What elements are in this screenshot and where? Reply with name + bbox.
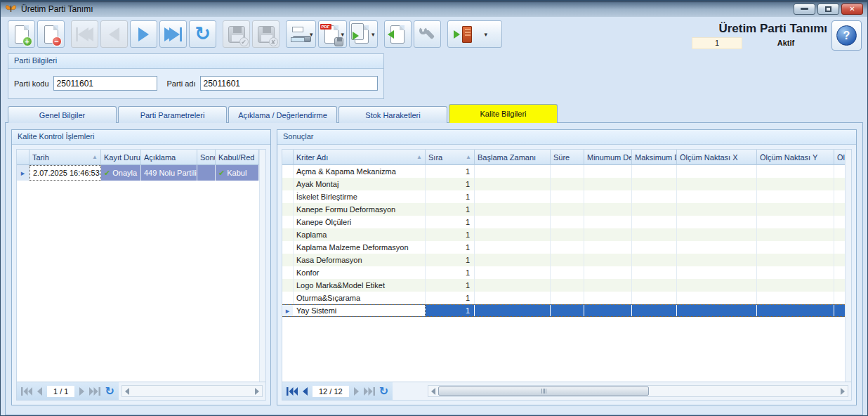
table-cell[interactable] — [757, 203, 834, 216]
save-cancel-button[interactable]: ✘ — [252, 20, 280, 48]
table-cell[interactable]: Kaplama — [294, 228, 426, 241]
next-record-button[interactable] — [130, 20, 157, 48]
exit-dropdown-icon[interactable]: ▾ — [485, 31, 488, 38]
table-cell[interactable] — [757, 279, 834, 292]
table-row[interactable]: Logo Marka&Model Etiket1 — [282, 279, 845, 292]
copy-dropdown-icon[interactable]: ▾ — [371, 31, 375, 38]
table-cell[interactable] — [632, 254, 677, 266]
export-pdf-button[interactable]: PDF▾ — [318, 20, 348, 48]
table-cell[interactable]: 1 — [426, 241, 475, 254]
save-confirm-button[interactable]: ✔ — [223, 20, 250, 48]
table-row[interactable]: Kasa Deformasyon1 — [282, 254, 845, 266]
table-cell[interactable] — [475, 165, 551, 178]
table-cell[interactable] — [551, 216, 584, 228]
column-header-aciklama[interactable]: Açıklama — [141, 150, 197, 165]
table-row[interactable]: Kanepe Formu Deformasyon1 — [282, 203, 845, 216]
last-record-button[interactable] — [159, 20, 187, 48]
column-header-sonuc[interactable]: Sonuç — [197, 150, 216, 165]
table-cell[interactable] — [551, 228, 584, 241]
left-horizontal-scrollbar[interactable] — [121, 385, 263, 397]
cell-tarih[interactable]: 2.07.2025 16:46:53 — [29, 165, 101, 181]
table-cell[interactable] — [475, 241, 551, 254]
column-header-olcum-x[interactable]: Ölçüm Naktası X — [677, 150, 757, 165]
table-cell[interactable]: 1 — [426, 279, 475, 292]
right-vertical-scrollbar[interactable] — [845, 150, 851, 382]
table-cell[interactable] — [632, 203, 677, 216]
row-indicator[interactable] — [282, 228, 294, 241]
left-vertical-scrollbar[interactable] — [259, 150, 265, 382]
table-cell[interactable] — [632, 178, 677, 190]
table-cell[interactable]: 1 — [426, 178, 475, 190]
table-cell[interactable] — [757, 165, 834, 178]
table-row[interactable]: Kaplama Malzeme Deformasyon1 — [282, 241, 845, 254]
table-cell[interactable] — [475, 228, 551, 241]
tab-genel-bilgiler[interactable]: Genel Bilgiler — [8, 106, 117, 123]
table-cell[interactable] — [584, 203, 632, 216]
restore-button[interactable] — [817, 4, 839, 15]
table-cell[interactable] — [475, 178, 551, 190]
table-cell[interactable] — [475, 190, 551, 203]
pager-refresh-button[interactable]: ↻ — [105, 386, 114, 397]
table-cell[interactable] — [632, 292, 677, 304]
column-header-tarih[interactable]: Tarih▲ — [29, 150, 101, 165]
pager-next-button[interactable] — [353, 387, 360, 396]
table-cell[interactable] — [677, 190, 757, 203]
table-cell[interactable] — [834, 292, 845, 304]
table-cell[interactable] — [632, 228, 677, 241]
table-cell[interactable]: Ayak Montaj — [294, 178, 426, 190]
table-cell[interactable]: İskelet Birleştirme — [294, 190, 426, 203]
table-cell[interactable] — [677, 305, 757, 316]
cell-kayit-durum[interactable]: ✔Onayla — [101, 165, 141, 181]
row-indicator[interactable] — [282, 165, 294, 178]
cell-aciklama[interactable]: 449 Nolu Partili — [141, 165, 197, 181]
table-cell[interactable]: 1 — [426, 203, 475, 216]
scroll-right-icon[interactable] — [255, 388, 259, 395]
table-cell[interactable] — [475, 254, 551, 266]
tab-kalite-bilgileri[interactable]: Kalite Bilgileri — [449, 104, 558, 123]
table-cell[interactable] — [757, 228, 834, 241]
table-cell[interactable] — [834, 190, 845, 203]
table-cell[interactable] — [475, 292, 551, 304]
table-cell[interactable] — [834, 203, 845, 216]
table-cell[interactable] — [551, 279, 584, 292]
table-cell[interactable] — [677, 241, 757, 254]
table-row[interactable]: Kanepe Ölçüleri1 — [282, 216, 845, 228]
table-cell[interactable] — [551, 190, 584, 203]
pager-last-button[interactable] — [364, 387, 375, 396]
table-cell[interactable]: Oturma&Sıçarama — [294, 292, 426, 304]
table-cell[interactable] — [677, 279, 757, 292]
table-cell[interactable]: Konfor — [294, 266, 426, 279]
table-cell[interactable] — [475, 216, 551, 228]
table-cell[interactable]: 1 — [426, 165, 475, 178]
table-cell[interactable]: 1 — [426, 216, 475, 228]
pdf-dropdown-icon[interactable]: ▾ — [341, 31, 345, 38]
table-cell[interactable] — [632, 165, 677, 178]
table-cell[interactable] — [584, 266, 632, 279]
table-cell[interactable] — [551, 305, 584, 316]
pager-first-button[interactable] — [287, 387, 298, 396]
table-cell[interactable] — [584, 292, 632, 304]
scroll-left-icon[interactable] — [125, 388, 129, 395]
table-row[interactable]: Oturma&Sıçarama1 — [282, 292, 845, 304]
table-cell[interactable] — [551, 254, 584, 266]
exit-button[interactable]: ▾ — [447, 20, 502, 48]
parti-adi-input[interactable] — [200, 76, 379, 91]
table-cell[interactable]: 1 — [426, 254, 475, 266]
table-row[interactable]: Ayak Montaj1 — [282, 178, 845, 190]
table-cell[interactable] — [757, 178, 834, 190]
table-cell[interactable] — [677, 203, 757, 216]
table-cell[interactable] — [834, 254, 845, 266]
table-cell[interactable]: Yay Sistemi — [294, 305, 426, 316]
row-indicator[interactable] — [282, 190, 294, 203]
scrollbar-thumb[interactable] — [438, 386, 649, 396]
table-cell[interactable] — [475, 203, 551, 216]
table-cell[interactable] — [632, 190, 677, 203]
table-cell[interactable] — [677, 165, 757, 178]
table-cell[interactable]: Logo Marka&Model Etiket — [294, 279, 426, 292]
column-header-baslama-zamani[interactable]: Başlama Zamanı — [475, 150, 551, 165]
scroll-left-icon[interactable] — [431, 388, 435, 395]
table-cell[interactable] — [584, 305, 632, 316]
previous-record-button[interactable] — [100, 20, 128, 48]
parti-kodu-input[interactable] — [53, 76, 157, 91]
cell-sonuc[interactable] — [197, 165, 216, 181]
